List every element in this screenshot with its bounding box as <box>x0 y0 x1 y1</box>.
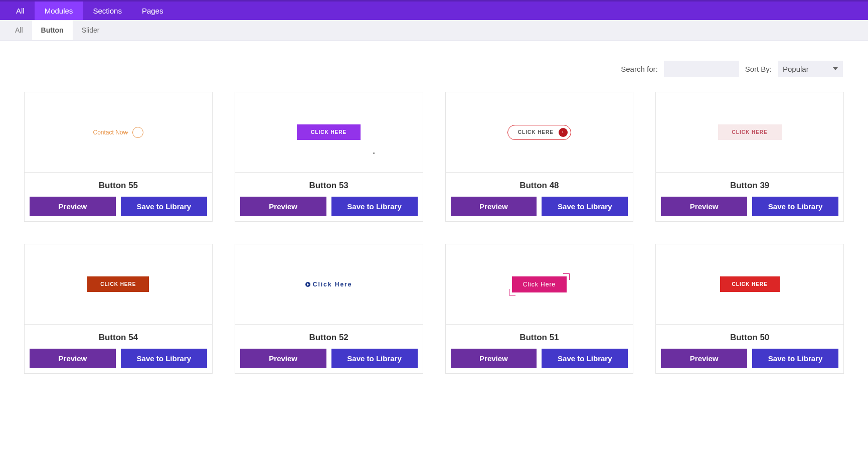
layout-title: Button 39 <box>656 173 843 197</box>
sample-button-wrapper: CLICK HERE <box>297 124 361 140</box>
controls-row: Search for: Sort By: Popular <box>0 41 868 92</box>
layout-title: Button 55 <box>25 173 212 197</box>
sample-button-label: Click Here <box>313 281 353 288</box>
card-actions: Preview Save to Library <box>656 349 843 373</box>
sort-select[interactable]: Popular <box>778 61 843 77</box>
subtab-button[interactable]: Button <box>32 20 73 40</box>
chevron-down-icon <box>833 67 838 70</box>
preview-button[interactable]: Preview <box>30 349 116 368</box>
search-label: Search for: <box>621 65 657 73</box>
sample-button-contact-now: Contact Now → <box>93 127 144 138</box>
tab-pages[interactable]: Pages <box>132 2 173 20</box>
layout-title: Button 50 <box>656 325 843 349</box>
layout-thumbnail: CLICK HERE › <box>446 92 633 173</box>
save-to-library-button[interactable]: Save to Library <box>752 197 838 216</box>
layout-thumbnail: CLICK HERE <box>656 92 843 173</box>
tab-all[interactable]: All <box>6 2 35 20</box>
subtab-slider[interactable]: Slider <box>73 20 109 40</box>
layout-thumbnail: Contact Now → <box>25 92 212 173</box>
preview-button[interactable]: Preview <box>240 349 326 368</box>
save-to-library-button[interactable]: Save to Library <box>121 349 207 368</box>
tab-sections[interactable]: Sections <box>83 2 132 20</box>
sample-button-purple: CLICK HERE <box>297 124 361 140</box>
layout-card: Click Here Button 52 Preview Save to Lib… <box>235 244 423 374</box>
layout-thumbnail: CLICK HERE <box>25 244 212 325</box>
layout-card: CLICK HERE Button 54 Preview Save to Lib… <box>24 244 213 374</box>
sort-selected-value: Popular <box>783 65 809 73</box>
circle-arrow-icon: › <box>559 128 568 137</box>
layout-card: Contact Now → Button 55 Preview Save to … <box>24 92 213 222</box>
layout-card: CLICK HERE Button 39 Preview Save to Lib… <box>655 92 844 222</box>
save-to-library-button[interactable]: Save to Library <box>331 197 418 216</box>
layout-thumbnail: Click Here <box>235 244 423 325</box>
layout-card: Click Here Button 51 Preview Save to Lib… <box>445 244 634 374</box>
preview-button[interactable]: Preview <box>240 197 326 216</box>
card-actions: Preview Save to Library <box>235 197 423 221</box>
sample-button-pink-faded: CLICK HERE <box>718 124 782 140</box>
save-to-library-button[interactable]: Save to Library <box>542 197 628 216</box>
sample-button-red: CLICK HERE <box>720 276 780 292</box>
save-to-library-button[interactable]: Save to Library <box>752 349 838 368</box>
layout-card: CLICK HERE › Button 48 Preview Save to L… <box>445 92 634 222</box>
play-circle-icon <box>305 282 310 287</box>
layout-library-panel: All Modules Sections Pages All Button Sl… <box>0 0 868 394</box>
preview-button[interactable]: Preview <box>451 197 537 216</box>
preview-button[interactable]: Preview <box>661 349 747 368</box>
preview-button[interactable]: Preview <box>451 349 537 368</box>
sample-button-pill-red: CLICK HERE › <box>507 125 571 140</box>
layout-card: CLICK HERE Button 50 Preview Save to Lib… <box>655 244 844 374</box>
subtab-all[interactable]: All <box>6 20 32 40</box>
save-to-library-button[interactable]: Save to Library <box>331 349 418 368</box>
layout-thumbnail: CLICK HERE <box>656 244 843 325</box>
layout-title: Button 53 <box>235 173 423 197</box>
card-actions: Preview Save to Library <box>25 197 212 221</box>
card-actions: Preview Save to Library <box>656 197 843 221</box>
sample-button-label: Click Here <box>512 276 567 292</box>
save-to-library-button[interactable]: Save to Library <box>542 349 628 368</box>
sample-button-label: Contact Now <box>93 129 128 136</box>
layout-title: Button 54 <box>25 325 212 349</box>
search-input[interactable] <box>664 61 739 77</box>
preview-button[interactable]: Preview <box>661 197 747 216</box>
sample-button-label: CLICK HERE <box>518 129 554 135</box>
sample-button-brick: CLICK HERE <box>87 276 149 292</box>
arrow-right-icon: → <box>123 129 129 136</box>
layout-title: Button 51 <box>446 325 633 349</box>
primary-tabs: All Modules Sections Pages <box>0 0 868 20</box>
card-actions: Preview Save to Library <box>235 349 423 373</box>
layout-title: Button 52 <box>235 325 423 349</box>
circle-outline-icon <box>132 127 143 138</box>
layout-card: CLICK HERE Button 53 Preview Save to Lib… <box>235 92 423 222</box>
layout-thumbnail: CLICK HERE <box>235 92 423 173</box>
layout-thumbnail: Click Here <box>446 244 633 325</box>
layout-title: Button 48 <box>446 173 633 197</box>
save-to-library-button[interactable]: Save to Library <box>121 197 207 216</box>
layouts-grid: Contact Now → Button 55 Preview Save to … <box>0 92 868 374</box>
preview-button[interactable]: Preview <box>30 197 116 216</box>
card-actions: Preview Save to Library <box>25 349 212 373</box>
sample-button-navy-text: Click Here <box>305 281 353 288</box>
secondary-tabs: All Button Slider <box>0 20 868 41</box>
sample-button-pink-bracket: Click Here <box>512 276 567 292</box>
tab-modules[interactable]: Modules <box>35 2 83 20</box>
card-actions: Preview Save to Library <box>446 197 633 221</box>
card-actions: Preview Save to Library <box>446 349 633 373</box>
sort-label: Sort By: <box>745 65 772 73</box>
